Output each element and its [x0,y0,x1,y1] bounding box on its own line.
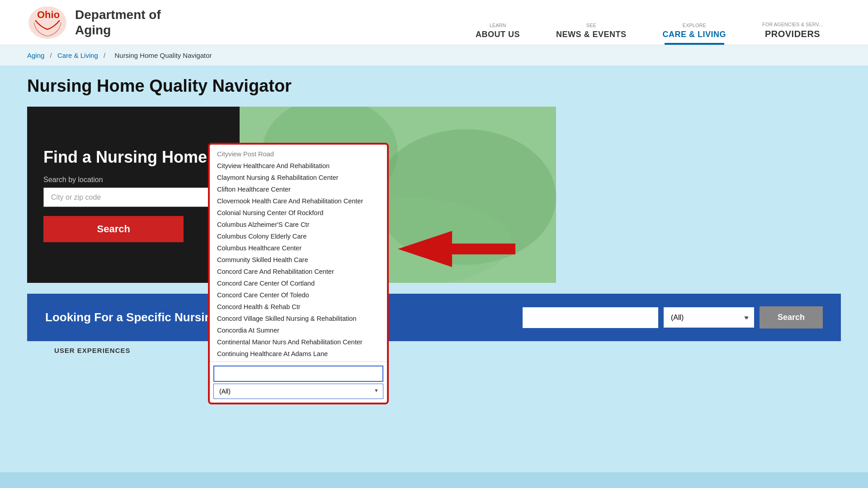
dropdown-item[interactable]: Concord Care Center Of Toledo [210,289,387,301]
dropdown-item[interactable]: Concordia At Sumner [210,324,387,336]
dropdown-item[interactable]: Clovernook Health Care And Rehabilitatio… [210,195,387,207]
page-title: Nursing Home Quality Navigator [27,76,841,96]
site-header: Ohio Department of Aging Learn ABOUT US … [0,0,868,45]
dropdown-item[interactable]: Columbus Alzheimer'S Care Ctr [210,219,387,230]
breadcrumb-sep1: / [50,52,54,59]
nav-care-main: CARE & LIVING [663,30,726,39]
dropdown-item[interactable]: Community Skilled Health Care [210,254,387,266]
svg-marker-7 [398,231,515,267]
dropdown-item[interactable]: Columbus Colony Elderly Care [210,230,387,242]
bottom-search-input[interactable] [523,307,658,328]
breadcrumb-care-living[interactable]: Care & Living [57,52,98,59]
nav-news-main: NEWS & EVENTS [556,30,627,39]
dropdown-item[interactable]: Continental Manor Nurs And Rehabilitatio… [210,336,387,348]
dropdown-item[interactable]: Clifton Healthcare Center [210,183,387,195]
city-select[interactable]: City or zip code [43,188,223,207]
dropdown-list[interactable]: Cityview Post RoadCityview Healthcare An… [210,145,387,361]
dropdown-overlay: Cityview Post RoadCityview Healthcare An… [208,143,389,404]
nav-providers[interactable]: For Agencies & Serv... PROVIDERS [744,0,841,45]
bottom-state-wrapper: (All) ▼ [664,307,754,328]
nav-news-sub: See [586,23,596,28]
ohio-logo: Ohio [27,5,68,41]
dropdown-item[interactable]: Cityview Post Road [210,148,387,160]
breadcrumb-aging[interactable]: Aging [27,52,44,59]
dropdown-item[interactable]: Claymont Nursing & Rehabilitation Center [210,172,387,183]
nav-care-living[interactable]: Explore CARE & LIVING [645,0,745,45]
breadcrumb-current: Nursing Home Quality Navigator [114,52,212,59]
city-select-wrapper: City or zip code [43,188,223,207]
dropdown-item[interactable]: Colonial Nursing Center Of Rockford [210,207,387,219]
search-by-label: Search by location [43,176,223,184]
svg-text:Ohio: Ohio [37,9,60,20]
logo-text: Department of Aging [75,7,161,38]
nav-care-sub: Explore [683,23,706,28]
breadcrumb: Aging / Care & Living / Nursing Home Qua… [0,45,868,66]
logo-dept: Department of [75,7,161,23]
dropdown-item[interactable]: Continuing Healthcare At Adams Lane [210,348,387,360]
logo-aging: Aging [75,23,161,38]
dropdown-item[interactable]: Columbus Healthcare Center [210,242,387,254]
breadcrumb-sep2: / [104,52,107,59]
nav-prov-sub: For Agencies & Serv... [762,22,823,27]
search-form: Search by location City or zip code [43,176,223,207]
main-nav: Learn ABOUT US See NEWS & EVENTS Explore… [458,0,841,45]
bottom-panel: Looking For a Specific Nursing Home? (Al… [27,294,841,341]
dropdown-item[interactable]: Cityview Healthcare And Rehabilitation [210,160,387,172]
search-button[interactable]: Search [43,216,184,242]
nav-about-main: ABOUT US [476,30,520,39]
user-experiences-label: USER EXPERIENCES [27,341,841,354]
bottom-search-area: (All) ▼ Search [523,306,823,328]
logo-area: Ohio Department of Aging [27,5,161,41]
nav-prov-main: PROVIDERS [765,29,820,39]
main-content: Nursing Home Quality Navigator Find a Nu… [0,66,868,472]
nav-about-sub: Learn [490,23,506,28]
nav-news-events[interactable]: See NEWS & EVENTS [538,0,645,45]
state-select-wrapper: (All) [213,382,383,399]
state-select[interactable]: (All) [213,384,383,399]
dropdown-bottom: (All) [210,361,387,403]
red-arrow [398,226,515,273]
dropdown-item[interactable]: Concord Care And Rehabilitation Center [210,266,387,277]
bottom-search-button[interactable]: Search [760,306,823,328]
dropdown-item[interactable]: Concord Health & Rehab Ctr [210,301,387,313]
nav-about-us[interactable]: Learn ABOUT US [458,0,538,45]
content-row: Find a Nursing Home Search by location C… [27,107,841,283]
find-title: Find a Nursing Home [43,148,223,167]
dropdown-search-input[interactable] [213,366,383,382]
dropdown-item[interactable]: Concord Village Skilled Nursing & Rehabi… [210,313,387,324]
dropdown-item[interactable]: Concord Care Center Of Cortland [210,277,387,289]
bottom-state-select[interactable]: (All) [664,307,754,328]
